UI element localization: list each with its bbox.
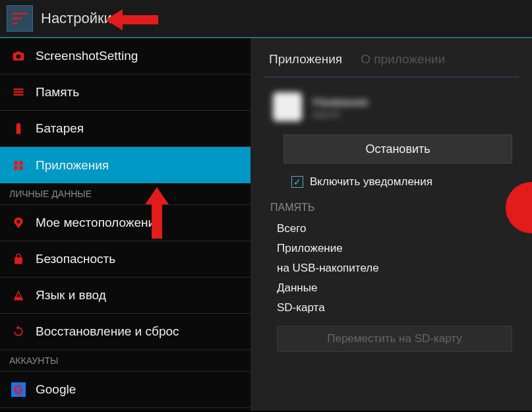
lock-icon xyxy=(9,252,28,266)
tabs: Приложения О приложении xyxy=(251,38,532,76)
sidebar-item-storage[interactable]: Память xyxy=(0,74,251,111)
language-icon xyxy=(9,289,28,302)
app-header: Настройки xyxy=(0,0,532,38)
app-name: Название xyxy=(312,95,369,109)
sidebar-item-label: Язык и ввод xyxy=(36,288,106,303)
location-icon xyxy=(9,216,28,229)
checkbox-label: Включить уведомления xyxy=(310,175,432,189)
sidebar-item-location[interactable]: Мое местоположение xyxy=(0,205,251,241)
sidebar-item-apps[interactable]: Приложения xyxy=(0,147,251,183)
content-pane: Приложения О приложении Название версия … xyxy=(251,38,532,411)
sidebar-item-backup[interactable]: Восстановление и сброс xyxy=(0,314,251,350)
memory-row-data: Данные xyxy=(251,278,532,298)
sidebar-item-label: Мое местоположение xyxy=(36,216,162,230)
sidebar-item-label: Память xyxy=(36,85,79,100)
storage-icon xyxy=(9,86,28,99)
sidebar-item-label: Батарея xyxy=(36,121,84,136)
app-sub: версия xyxy=(312,109,369,119)
memory-row-sd: SD-карта xyxy=(251,298,532,318)
camera-icon xyxy=(9,49,28,63)
app-title: Настройки xyxy=(41,10,112,27)
sidebar-item-language[interactable]: Язык и ввод xyxy=(0,278,251,314)
apps-icon xyxy=(9,159,28,172)
app-icon xyxy=(273,92,302,121)
backup-icon xyxy=(9,325,28,338)
sidebar-item-screenshot[interactable]: ScreenshotSetting xyxy=(0,38,251,74)
sidebar-item-label: Google xyxy=(36,382,76,397)
sidebar: ScreenshotSetting Память Батарея Приложе… xyxy=(0,38,251,411)
sidebar-item-security[interactable]: Безопасность xyxy=(0,241,251,278)
sidebar-section-accounts: АККАУНТЫ xyxy=(0,350,251,372)
sidebar-item-label: Приложения xyxy=(36,158,109,173)
sidebar-item-google[interactable]: Google xyxy=(0,372,251,408)
divider xyxy=(264,76,519,78)
tab-about-app[interactable]: О приложении xyxy=(355,40,450,74)
battery-icon xyxy=(9,122,28,135)
main: ScreenshotSetting Память Батарея Приложе… xyxy=(0,38,532,411)
memory-row-total: Всего xyxy=(251,219,532,239)
stop-button[interactable]: Остановить xyxy=(283,134,512,163)
sidebar-section-personal: ЛИЧНЫЕ ДАННЫЕ xyxy=(0,183,251,205)
tab-apps[interactable]: Приложения xyxy=(264,40,347,74)
sidebar-item-label: ScreenshotSetting xyxy=(36,49,138,63)
sidebar-item-battery[interactable]: Батарея xyxy=(0,111,251,147)
sidebar-item-label: Восстановление и сброс xyxy=(36,324,179,339)
google-icon xyxy=(9,382,28,397)
app-row[interactable]: Название версия xyxy=(251,84,532,129)
notifications-checkbox-row[interactable]: ✓ Включить уведомления xyxy=(251,169,532,196)
memory-row-usb: на USB-накопителе xyxy=(251,258,532,278)
sidebar-item-label: Безопасность xyxy=(36,252,115,266)
move-to-sd-button[interactable]: Переместить на SD-карту xyxy=(277,326,512,352)
memory-row-app: Приложение xyxy=(251,239,532,258)
checkbox-icon[interactable]: ✓ xyxy=(291,176,303,188)
memory-header: ПАМЯТЬ xyxy=(251,196,532,219)
settings-icon xyxy=(7,5,33,32)
